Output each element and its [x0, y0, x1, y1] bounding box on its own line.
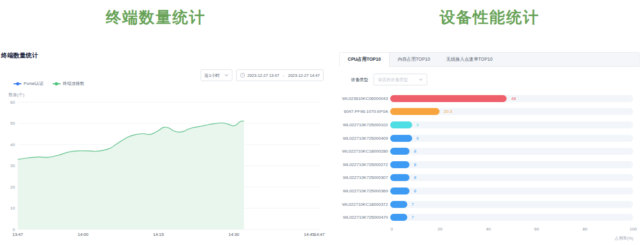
date-range-start[interactable]: 2023-12-27 13:47 [247, 73, 279, 78]
legend-marker-icon [53, 82, 61, 86]
svg-text:14:15: 14:15 [153, 232, 164, 237]
device-type-filter-row: 设备类型 请选择设备类型 [339, 74, 640, 85]
bar [390, 121, 412, 128]
bar-category-label: WL022710K725000409 [339, 136, 390, 141]
panel-title: 终端数量统计 [1, 52, 38, 60]
bar-chart-x-axis-label: 占用率(%) [615, 236, 633, 241]
svg-text:50: 50 [10, 121, 15, 126]
bar-row: WL022710K7250003078 [339, 171, 640, 185]
svg-text:60: 60 [10, 100, 15, 105]
bar-value: 8 [414, 174, 416, 181]
date-range-separator: - [281, 73, 286, 78]
bar [390, 188, 409, 194]
bar-value: 8 [414, 148, 416, 155]
tab-内存占用TOP10[interactable]: 内存占用TOP10 [390, 53, 438, 66]
bar [390, 95, 507, 102]
date-range-end[interactable]: 2023-12-27 14:47 [288, 73, 320, 78]
date-range-picker[interactable]: 2023-12-27 13:47 - 2023-12-27 14:47 [236, 69, 324, 81]
svg-text:40: 40 [10, 142, 15, 147]
x-axis-tick: 100 [630, 227, 636, 232]
legend-label: 终端连接数 [63, 81, 84, 87]
bar [390, 201, 407, 208]
chevron-down-icon [419, 78, 423, 81]
bar-track: 8 [390, 188, 633, 194]
legend-item[interactable]: Portal认证 [13, 81, 43, 87]
bar-track: 8 [390, 148, 633, 155]
bar-row: WL022710K7250004099 [339, 132, 640, 145]
chevron-down-icon [224, 74, 229, 77]
time-range-select[interactable]: 近1小时 [201, 69, 232, 81]
bar-chart-x-axis: 020406080100 [392, 224, 633, 230]
terminal-count-line-chart: 数量(个)010203040506013:4714:0014:1514:3014… [0, 90, 328, 243]
right-section-heading: 设备性能统计 [339, 7, 640, 28]
svg-text:10: 10 [10, 206, 15, 211]
bar-category-label: WL022710K725000369 [339, 189, 390, 193]
legend-item[interactable]: 终端连接数 [53, 81, 84, 87]
legend-label: Portal认证 [24, 81, 43, 87]
bar-track: 8 [390, 161, 633, 168]
device-type-select[interactable]: 请选择设备类型 [374, 74, 427, 85]
x-axis-tick: 60 [535, 227, 539, 232]
cpu-top10-bar-chart: WL023610KC06000043486047-FF96-1070-EF0A2… [339, 92, 640, 230]
bar [390, 135, 412, 142]
bar-category-label: WL022710K725000470 [339, 215, 390, 220]
bar [390, 108, 440, 115]
device-type-label: 设备类型 [351, 77, 368, 83]
x-axis-tick: 80 [583, 227, 588, 232]
bar-category-label: 6047-FF96-1070-EF0A [339, 109, 390, 114]
bar-value: 7 [412, 214, 414, 221]
bar-category-label: WL022710K725000307 [339, 175, 390, 180]
bar-row: WL022710K7250002728 [339, 158, 640, 171]
bar-track: 48 [390, 95, 633, 102]
bar-value: 20.3 [444, 108, 452, 115]
bar-value: 48 [511, 95, 516, 102]
bar-track: 9 [390, 135, 633, 142]
bar-value: 7 [412, 201, 414, 208]
svg-text:14:00: 14:00 [78, 232, 89, 237]
tab-无线接入点速率TOP10[interactable]: 无线接入点速率TOP10 [438, 53, 501, 66]
bar-category-label: WL022710K725000272 [339, 162, 390, 167]
series-area [18, 121, 244, 229]
bar-value: 9 [416, 121, 419, 128]
bar-category-label: WL022710KC18000280 [339, 149, 390, 154]
chart-legend: Portal认证终端连接数 [13, 81, 84, 87]
bar-row: WL022710KC180003727 [339, 198, 640, 211]
bar-track: 8 [390, 174, 633, 181]
svg-text:14:30: 14:30 [229, 232, 240, 237]
bar-track: 9 [390, 121, 633, 128]
bar-value: 9 [416, 135, 419, 142]
bar [390, 214, 407, 221]
time-range-value: 近1小时 [204, 73, 219, 78]
terminal-count-panel: 终端数量统计 近1小时 2023-12-27 13:47 - 2023-12-2… [0, 0, 328, 245]
tab-CPU占用TOP10[interactable]: CPU占用TOP10 [340, 53, 390, 67]
bar-row: WL022710K7250003698 [339, 184, 640, 198]
bar-track: 7 [390, 214, 633, 221]
svg-text:13:47: 13:47 [12, 232, 24, 237]
x-axis-tick: 0 [391, 227, 393, 232]
bar-row: 6047-FF96-1070-EF0A20.3 [339, 105, 640, 119]
bar-row: WL022710K7250004707 [339, 211, 640, 224]
bar-category-label: WL022710K725000102 [339, 122, 390, 127]
bar [390, 174, 409, 181]
bar-track: 7 [390, 201, 633, 208]
svg-text:30: 30 [10, 163, 15, 168]
bar-value: 8 [414, 161, 416, 168]
bar-value: 8 [414, 188, 416, 194]
svg-text:20: 20 [10, 185, 15, 190]
device-performance-panel: CPU占用TOP10内存占用TOP10无线接入点速率TOP10 设备类型 请选择… [339, 52, 640, 240]
svg-text:数量(个): 数量(个) [9, 92, 25, 97]
bar-row: WL023610KC0600004348 [339, 92, 640, 105]
bar-category-label: WL022710KC18000372 [339, 202, 390, 207]
x-axis-tick: 40 [486, 227, 491, 232]
svg-text:14:47: 14:47 [314, 232, 325, 237]
legend-marker-icon [13, 82, 21, 86]
svg-text:14:45: 14:45 [304, 232, 315, 237]
bar-track: 20.3 [390, 108, 633, 115]
bar-row: WL022710KC180002808 [339, 145, 640, 158]
bar [390, 148, 409, 155]
svg-text:0: 0 [13, 227, 16, 232]
bar-category-label: WL023610KC06000043 [339, 96, 390, 101]
x-axis-tick: 20 [438, 227, 443, 232]
bar [390, 161, 409, 168]
clock-icon [240, 73, 245, 78]
